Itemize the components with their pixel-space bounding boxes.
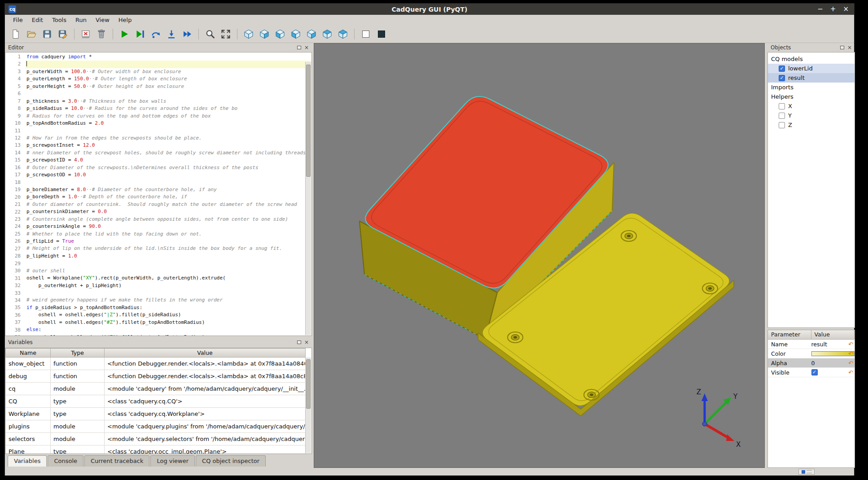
view-isometric-button[interactable]	[242, 28, 255, 40]
parameters-col-parameter[interactable]: Parameter	[768, 330, 811, 339]
variable-row[interactable]: selectorsmodule<module 'cadquery.selecto…	[6, 433, 306, 445]
param-row-visible[interactable]: Visible✓↶	[768, 368, 855, 377]
shaded-button[interactable]	[375, 28, 388, 40]
view-right-button[interactable]	[305, 28, 318, 40]
vars-col-value[interactable]: Value	[105, 349, 306, 358]
variables-scrollbar[interactable]	[305, 358, 311, 453]
variable-row[interactable]: pluginsmodule<module 'cadquery.plugins' …	[6, 420, 306, 433]
minimize-button[interactable]: −	[817, 6, 823, 13]
param-name: Color	[768, 350, 811, 357]
open-file-button[interactable]	[25, 28, 38, 40]
run-button[interactable]	[118, 28, 131, 40]
checkbox-x[interactable]	[779, 103, 785, 109]
code-line: # Outer diameter of countersink. Should …	[25, 201, 311, 208]
menu-view[interactable]: View	[91, 16, 114, 24]
tree-group-cq-models[interactable]: CQ models	[768, 54, 855, 64]
variables-scrollbar-thumb[interactable]	[306, 359, 311, 409]
view-left-button[interactable]	[289, 28, 302, 40]
editor-close-icon[interactable]: ×	[304, 45, 309, 50]
save-button[interactable]	[41, 28, 53, 40]
variable-row[interactable]: debugfunction<function Debugger.render.<…	[6, 370, 306, 383]
tree-group-helpers[interactable]: Helpers	[768, 92, 855, 101]
variables-close-icon[interactable]: ×	[304, 340, 309, 345]
tree-group-imports[interactable]: Imports	[768, 83, 855, 92]
checkbox-y[interactable]	[779, 113, 785, 119]
toolbar-separator	[237, 29, 237, 39]
tree-item-z[interactable]: Z	[768, 120, 855, 130]
menu-help[interactable]: Help	[114, 16, 136, 24]
checkbox-z[interactable]	[779, 122, 785, 128]
code-editor[interactable]: 1234567891011121314151617181920212223242…	[5, 52, 312, 336]
menu-edit[interactable]: Edit	[27, 16, 48, 24]
tab-log-viewer[interactable]: Log viewer	[150, 455, 195, 467]
code-line: p_flipLid = True	[25, 238, 311, 245]
tree-item-result[interactable]: ✓result	[768, 73, 855, 83]
variables-panel-title: Variables	[8, 339, 33, 345]
objects-close-icon[interactable]: ×	[847, 45, 852, 50]
menu-tools[interactable]: Tools	[48, 16, 71, 24]
save-as-button[interactable]	[57, 28, 69, 40]
code-line	[25, 179, 311, 186]
step-over-button[interactable]	[149, 28, 162, 40]
variables-panel: Variables × NameTypeValue show_objectfun…	[5, 338, 312, 454]
variable-row[interactable]: show_objectfunction<function Debugger.re…	[6, 358, 306, 370]
variable-row[interactable]: cqmodule<module 'cadquery' from '/home/a…	[6, 383, 306, 395]
revert-icon[interactable]: ↶	[848, 351, 853, 357]
close-button[interactable]: ×	[843, 6, 849, 13]
delete-button[interactable]	[95, 28, 108, 40]
code-line: oshell = oshell.edges("#Z").fillet(p_top…	[25, 334, 311, 336]
tab-cq-object-inspector[interactable]: CQ object inspector	[196, 455, 266, 467]
tab-current-traceback[interactable]: Current traceback	[84, 455, 149, 467]
checkbox-lowerlid[interactable]: ✓	[779, 65, 785, 72]
parameters-col-value[interactable]: Value	[811, 330, 855, 339]
tree-label: Imports	[771, 84, 793, 91]
code-line: if p_sideRadius > p_topAndBottomRadius:	[25, 304, 311, 311]
param-row-name[interactable]: Nameresult↶	[768, 340, 855, 349]
new-file-button[interactable]	[9, 28, 22, 40]
view-bottom-button[interactable]	[337, 28, 349, 40]
visible-checkbox[interactable]: ✓	[811, 369, 818, 375]
variable-row[interactable]: Planetype<class 'cadquery.occ_impl.geom.…	[6, 445, 306, 454]
objects-panel-titlebar: Objects ×	[767, 43, 855, 52]
revert-icon[interactable]: ↶	[848, 370, 853, 375]
tree-item-y[interactable]: Y	[768, 111, 855, 120]
editor-scrollbar-thumb[interactable]	[306, 65, 311, 177]
color-swatch[interactable]	[811, 351, 855, 356]
vars-col-type[interactable]: Type	[51, 349, 105, 358]
wireframe-button[interactable]	[359, 28, 372, 40]
step-into-button[interactable]	[165, 28, 178, 40]
tab-variables[interactable]: Variables	[8, 455, 47, 467]
revert-icon[interactable]: ↶	[848, 360, 853, 366]
tree-item-x[interactable]: X	[768, 101, 855, 111]
param-row-color[interactable]: Color↶	[768, 349, 855, 358]
tab-console[interactable]: Console	[48, 455, 83, 467]
clear-button[interactable]	[79, 28, 92, 40]
variables-float-icon[interactable]	[297, 340, 301, 344]
view-bottom-icon	[338, 29, 348, 39]
objects-float-icon[interactable]	[840, 46, 844, 49]
tree-item-lowerlid[interactable]: ✓lowerLid	[768, 64, 855, 73]
code-line: else:	[25, 326, 311, 333]
param-row-alpha[interactable]: Alpha0↶	[768, 358, 855, 368]
editor-scrollbar[interactable]	[305, 62, 311, 335]
titlebar: cq CadQuery GUI (PyQT) − + ×	[5, 4, 854, 15]
variable-row[interactable]: Workplanetype<class 'cadquery.cq.Workpla…	[6, 408, 306, 420]
maximize-button[interactable]: +	[830, 6, 836, 13]
menu-file[interactable]: File	[9, 16, 27, 24]
fit-all-button[interactable]	[219, 28, 232, 40]
status-grip[interactable]	[798, 469, 815, 475]
vars-col-name[interactable]: Name	[6, 349, 51, 358]
continue-button[interactable]	[181, 28, 193, 40]
editor-float-icon[interactable]	[297, 46, 301, 49]
3d-viewport[interactable]: Z Y X	[314, 43, 765, 468]
checkbox-result[interactable]: ✓	[779, 75, 785, 81]
tree-label: Y	[788, 112, 792, 119]
variable-row[interactable]: CQtype<class 'cadquery.cq.CQ'>	[6, 395, 306, 408]
revert-icon[interactable]: ↶	[848, 341, 853, 347]
view-front-button[interactable]	[258, 28, 271, 40]
zoom-button[interactable]	[204, 28, 216, 40]
view-back-button[interactable]	[274, 28, 286, 40]
menu-run[interactable]: Run	[71, 16, 91, 24]
debug-button[interactable]	[134, 28, 146, 40]
view-top-button[interactable]	[321, 28, 333, 40]
